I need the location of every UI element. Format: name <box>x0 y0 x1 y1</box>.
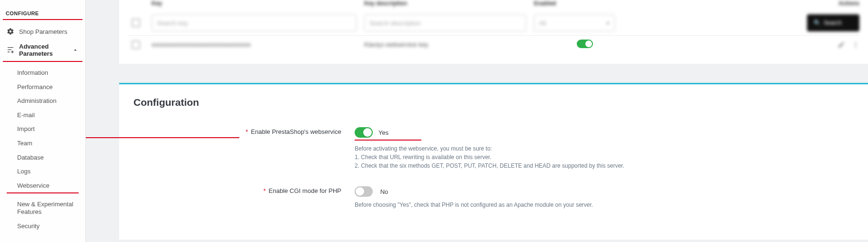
cell-key: xxxxxxxxxxxxxxxxxxxxxxxxxxxxxxxx <box>152 41 357 48</box>
svg-point-1 <box>855 44 857 45</box>
filter-enabled-select[interactable]: All▾ <box>534 14 615 31</box>
configuration-panel: Configuration *Enable PrestaShop's webse… <box>119 83 868 240</box>
form-row-enable-webservice: *Enable PrestaShop's webservice Yes Befo… <box>133 127 854 170</box>
annotation-underline-webservice <box>7 192 79 193</box>
row-enabled-toggle[interactable] <box>577 40 593 48</box>
sidebar-item-administration[interactable]: Administration <box>0 94 85 108</box>
required-marker: * <box>263 187 266 194</box>
enable-cgi-toggle[interactable] <box>355 186 373 197</box>
sidebar-item-security[interactable]: Security <box>0 219 85 233</box>
panel-title: Configuration <box>133 97 854 108</box>
table-header-row: Key Key description Enabled Actions <box>128 0 859 10</box>
annotation-underline-advanced <box>3 61 82 62</box>
sidebar-item-label: Advanced Parameters <box>19 43 67 57</box>
search-button[interactable]: 🔍Search <box>807 14 859 31</box>
edit-icon[interactable] <box>837 41 845 49</box>
svg-point-2 <box>855 46 857 48</box>
toggle-value-label: No <box>380 188 388 195</box>
sidebar-item-database[interactable]: Database <box>0 151 85 165</box>
field-label: Enable PrestaShop's webservice <box>251 128 341 135</box>
sidebar-item-import[interactable]: Import <box>0 122 85 136</box>
annotation-underline-configure <box>3 19 82 20</box>
sidebar-item-webservice[interactable]: Webservice <box>0 179 85 193</box>
more-icon[interactable] <box>852 41 859 49</box>
sidebar-item-advanced-parameters[interactable]: Advanced Parameters <box>0 39 85 61</box>
cell-description: Klaviyo webservice key <box>364 41 526 48</box>
table-row: xxxxxxxxxxxxxxxxxxxxxxxxxxxxxxxx Klaviyo… <box>128 35 859 53</box>
sidebar-item-information[interactable]: Information <box>0 66 85 80</box>
filter-key-input[interactable]: Search key <box>152 14 357 31</box>
toggle-value-label: Yes <box>378 129 388 136</box>
column-header-description[interactable]: Key description <box>364 0 526 7</box>
filter-description-input[interactable]: Search description <box>364 14 526 31</box>
tune-icon <box>7 46 14 54</box>
sidebar-item-email[interactable]: E-mail <box>0 108 85 122</box>
sidebar-item-logs[interactable]: Logs <box>0 164 85 179</box>
main-content: Key Key description Enabled Actions Sear… <box>86 0 868 242</box>
sidebar-section-configure: CONFIGURE <box>0 10 85 19</box>
table-filter-row: Search key Search description All▾ 🔍Sear… <box>128 10 859 35</box>
select-all-checkbox[interactable] <box>132 19 140 27</box>
search-icon: 🔍 <box>814 20 821 26</box>
column-header-enabled[interactable]: Enabled <box>534 0 615 7</box>
column-header-actions: Actions <box>807 0 859 7</box>
annotation-underline-enable-webservice-label <box>86 137 239 138</box>
webservice-keys-panel: Key Key description Enabled Actions Sear… <box>119 0 868 64</box>
sidebar-item-shop-parameters[interactable]: Shop Parameters <box>0 24 85 39</box>
help-text: Before choosing "Yes", check that PHP is… <box>355 201 854 209</box>
chevron-up-icon <box>72 46 79 54</box>
svg-point-0 <box>855 42 857 43</box>
sidebar-item-performance[interactable]: Performance <box>0 80 85 94</box>
annotation-underline-enable-webservice-toggle <box>355 140 421 141</box>
sidebar-item-new-experimental[interactable]: New & Experimental Features <box>0 197 85 219</box>
row-checkbox[interactable] <box>132 40 140 49</box>
field-label: Enable CGI mode for PHP <box>269 187 341 194</box>
help-text: Before activating the webservice, you mu… <box>355 144 854 170</box>
enable-webservice-toggle[interactable] <box>355 127 373 138</box>
form-row-enable-cgi: *Enable CGI mode for PHP No Before choos… <box>133 186 854 209</box>
sidebar-item-team[interactable]: Team <box>0 136 85 151</box>
sidebar: CONFIGURE Shop Parameters Advanced Param… <box>0 0 86 242</box>
required-marker: * <box>245 128 248 135</box>
gear-icon <box>7 28 14 35</box>
column-header-key[interactable]: Key <box>152 0 357 7</box>
sidebar-item-label: Shop Parameters <box>19 28 67 35</box>
